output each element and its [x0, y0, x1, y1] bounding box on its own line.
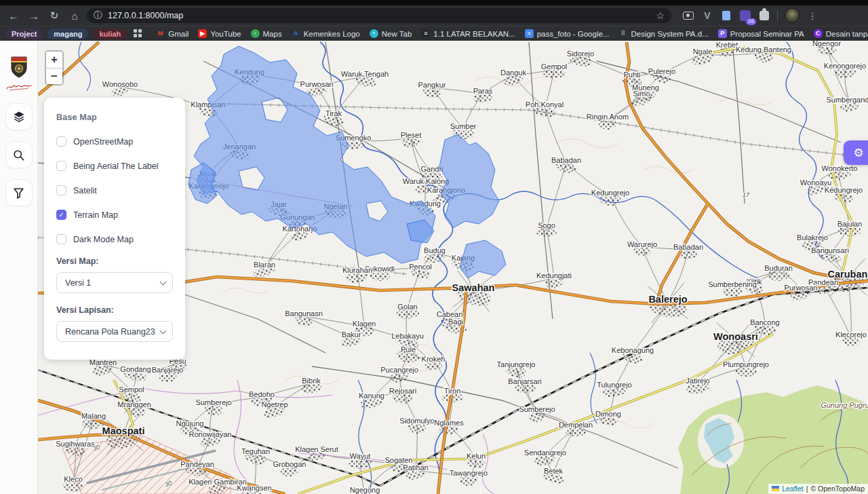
- checkbox-unchecked[interactable]: [56, 185, 66, 195]
- layers-icon: [12, 110, 26, 124]
- checkbox-unchecked[interactable]: [56, 136, 66, 147]
- apps-grid-icon[interactable]: [134, 29, 142, 39]
- bookmark-star-icon[interactable]: ☆: [656, 10, 665, 21]
- map-label: Grobogan: [273, 460, 307, 468]
- versi-lapisan-select[interactable]: Rencana Pola Ruang23: [56, 321, 173, 342]
- map-label: Sumberejo: [195, 398, 231, 406]
- versi-map-value: Versi 1: [65, 278, 91, 288]
- bookmark-new-tab[interactable]: •New Tab: [365, 28, 417, 40]
- url-text[interactable]: 127.0.0.1:8000/map: [108, 11, 650, 20]
- map-label: Kedungrejo: [825, 186, 863, 194]
- basemap-option-terrain-map[interactable]: ✓Terrain Map: [56, 210, 173, 220]
- map-label: Sumbergandu: [826, 96, 868, 104]
- extensions-puzzle-icon[interactable]: [758, 10, 770, 22]
- map-label: Ngengor: [812, 41, 842, 48]
- map-label: Gondang: [120, 365, 151, 373]
- profile-avatar[interactable]: [785, 8, 800, 23]
- map-label: Pleset: [401, 131, 422, 139]
- zoom-in-button[interactable]: +: [46, 52, 62, 68]
- basemap-option-being-aerial-the-label[interactable]: Being Aerial The Label: [56, 161, 173, 171]
- back-icon[interactable]: ←: [5, 7, 22, 24]
- basemap-option-openstreetmap[interactable]: OpenStreetMap: [56, 136, 173, 147]
- versi-map-select[interactable]: Versi 1: [56, 272, 173, 293]
- bookmark-maps[interactable]: ◦Maps: [246, 28, 287, 40]
- map-label: Balerejo: [648, 294, 687, 305]
- attribution-copyright[interactable]: © OpenTopoMap: [810, 484, 865, 493]
- screenshot-icon[interactable]: [682, 10, 694, 22]
- address-bar[interactable]: ⓘ 127.0.0.1:8000/map ☆: [87, 8, 671, 23]
- bookmark-1-1-latar-belakan-[interactable]: ≡1.1 LATAR BELAKAN...: [416, 28, 519, 40]
- basemap-option-satelit[interactable]: Satelit: [56, 185, 173, 195]
- map-label: Waruk Tengah: [341, 70, 389, 78]
- map-label: Purwosari: [785, 284, 818, 292]
- zoom-out-button[interactable]: −: [46, 68, 62, 84]
- versi-map-label: Versi Map:: [56, 256, 173, 266]
- map-label: Bajulan: [837, 220, 863, 228]
- filter-button[interactable]: [5, 179, 33, 206]
- bookmark-label: Maps: [263, 30, 282, 38]
- youtube-icon: ▶: [198, 29, 207, 38]
- badged-extension-icon[interactable]: 26: [739, 10, 751, 22]
- map-label: Lebakayu: [391, 332, 424, 340]
- settings-button[interactable]: ⚙: [844, 140, 868, 165]
- bookmark-desain-tanpa-judul-[interactable]: CDesain tanpa judul -...: [809, 28, 868, 40]
- map-label: Pangkur: [418, 81, 446, 89]
- map-label: Klurahan: [342, 266, 372, 274]
- leaflet-link[interactable]: Leaflet: [782, 484, 804, 493]
- doc-icon: ≡: [421, 29, 430, 38]
- basemap-options: OpenStreetMapBeing Aerial The LabelSatel…: [56, 136, 173, 244]
- tab-group-chip-kuliah[interactable]: kuliah: [93, 28, 127, 39]
- maps-icon: ◦: [251, 29, 260, 38]
- search-button[interactable]: [5, 141, 33, 168]
- bookmark-label: Kemenkes Logo: [304, 30, 360, 38]
- map-label: Bedoho: [249, 390, 275, 398]
- menu-kebab-icon[interactable]: ⋮: [806, 10, 818, 22]
- forward-icon[interactable]: →: [26, 7, 42, 24]
- bookmark-design-system-pa-d-[interactable]: ⠿Design System PA.d...: [614, 28, 713, 40]
- tab-group-chip-magang[interactable]: magang: [47, 28, 88, 39]
- toolbar-extensions-area: V 26 ⋮: [675, 8, 821, 23]
- search-icon: [12, 149, 25, 162]
- bookmark-proposal-seminar-pa[interactable]: PProposal Seminar PA: [713, 28, 809, 40]
- tab-group-chip-Project[interactable]: Project: [5, 28, 43, 39]
- road-number-label: 17: [743, 191, 750, 198]
- map-label: Gunung Pugrug: [821, 401, 868, 409]
- map-label: Ngegong: [350, 486, 380, 494]
- map-label: Patihan: [403, 463, 428, 472]
- map-label: Krokeh: [422, 355, 446, 363]
- checkbox-checked[interactable]: ✓: [56, 210, 66, 220]
- map-label: Banjarsari: [508, 377, 542, 385]
- map-label: Kanung: [359, 392, 384, 400]
- map-label: Paras: [473, 87, 493, 95]
- site-info-icon[interactable]: ⓘ: [94, 10, 102, 22]
- layers-button[interactable]: [5, 103, 33, 130]
- checkbox-unchecked[interactable]: [56, 161, 66, 171]
- basemap-option-dark-mode-map[interactable]: Dark Mode Map: [56, 234, 173, 244]
- bookmark-label: Design System PA.d...: [631, 30, 708, 38]
- app-sidebar: [0, 41, 38, 494]
- app-logo: [5, 56, 33, 92]
- bookmark-youtube[interactable]: ▶YouTube: [193, 28, 245, 40]
- blue-extension-icon[interactable]: [720, 10, 732, 22]
- v-extension-icon[interactable]: V: [701, 10, 713, 22]
- reload-icon[interactable]: ↻: [46, 7, 62, 24]
- saved-tab-groups: Projectmagangkuliah: [5, 28, 127, 39]
- map-viewport[interactable]: WonosoboKlampisanKendungPurwosariWaruk T…: [38, 41, 868, 494]
- bookmark-pass-foto-google-[interactable]: ≡pass_foto - Google...: [520, 28, 614, 40]
- logo-script-signature: [5, 81, 33, 92]
- versi-lapisan-label: Versi Lapisan:: [56, 305, 173, 315]
- home-icon[interactable]: ⌂: [66, 7, 83, 24]
- map-label: Sempol: [119, 385, 144, 394]
- bookmark-gmail[interactable]: MGmail: [151, 28, 193, 40]
- map-label: Kebonagung: [612, 346, 654, 354]
- canva-icon: C: [814, 29, 823, 38]
- map-label: Danguk: [500, 69, 526, 77]
- map-label: Tulungrejo: [597, 381, 632, 389]
- chevron-down-icon: [160, 327, 167, 334]
- bookmark-kemenkes-logo[interactable]: AKemenkes Logo: [287, 28, 365, 40]
- map-label: Banjarejo: [152, 366, 183, 374]
- map-label: Purwosari: [300, 80, 334, 88]
- proposal-icon: P: [718, 29, 727, 38]
- checkbox-unchecked[interactable]: [56, 234, 66, 244]
- map-label: Sidomulyo: [399, 417, 434, 425]
